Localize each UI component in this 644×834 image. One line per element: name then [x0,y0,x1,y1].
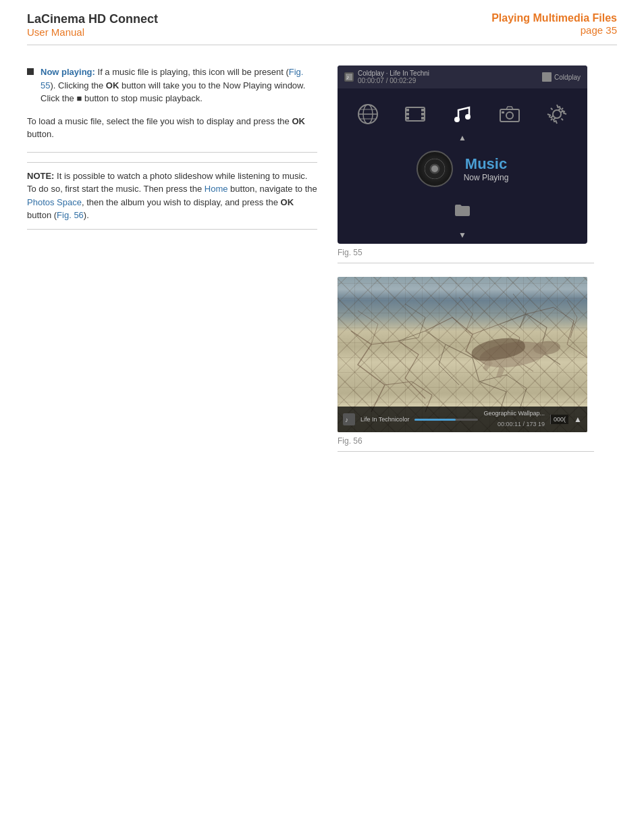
bullet-text: Now playing: If a music file is playing,… [41,66,317,105]
svg-rect-11 [421,109,425,111]
globe-nav-icon[interactable] [356,102,380,126]
topbar-music-icon: ♪ [344,72,354,82]
svg-rect-10 [406,117,409,120]
fig56-bottombar: ♪ Life In Technicolor Geographiic Wallpa… [338,407,587,432]
svg-point-15 [465,114,471,120]
settings-nav-icon[interactable] [545,102,569,126]
album-art-icon [542,72,552,82]
fig56-progress-fill [414,419,456,421]
fig55-divider [338,263,594,263]
bullet-text-2: ). Clicking the OK button will take you … [41,80,305,104]
svg-point-17 [506,112,513,119]
fig56-link[interactable]: Fig. 56 [57,210,84,220]
fig56-time: 00:00:11 / 173 19 [498,421,545,427]
fig56-counter: 000( [550,415,568,424]
page-header: LaCinema HD Connect User Manual Playing … [0,0,644,45]
fig55-bottom [338,201,587,230]
fig56-track-name: Life In Technicolor [360,416,409,423]
fig56-arrow-icon[interactable]: ▲ [574,415,582,424]
fig56-photo: ♪ Life In Technicolor Geographiic Wallpa… [338,277,587,432]
svg-point-19 [553,110,561,118]
note-box: NOTE: It is possible to watch a photo sl… [27,162,317,230]
bullet-text-1: If a music file is playing, this icon wi… [98,67,289,77]
down-arrow: ▼ [338,230,587,244]
topbar-right: Coldplay [542,72,581,82]
page-number: page 35 [491,24,617,36]
svg-rect-16 [500,109,519,122]
topbar-artist: Coldplay [554,74,581,81]
topbar-track: Coldplay · Life In Techni 00:00:07 / 00:… [358,70,429,84]
now-playing-link[interactable]: Now playing: [41,67,95,77]
svg-rect-9 [406,113,409,115]
load-text: To load a music file, select the file yo… [27,115,317,141]
fig55-music-display: Music Now Playing [338,144,587,201]
svg-rect-13 [421,117,425,120]
svg-text:♪: ♪ [345,416,348,423]
main-content: Now playing: If a music file is playing,… [0,45,644,479]
right-column: ♪ Coldplay · Life In Techni 00:00:07 / 0… [338,66,594,465]
header-right: Playing Multimedia Files page 35 [491,12,617,36]
fig56-progress-area [414,419,478,421]
fig56-progress-bar [414,419,478,421]
film-nav-icon[interactable] [403,102,427,126]
svg-rect-18 [502,111,504,113]
svg-rect-12 [421,113,425,115]
fig55-screen: ♪ Coldplay · Life In Techni 00:00:07 / 0… [338,66,587,244]
svg-text:♪: ♪ [346,74,349,80]
fig56-divider [338,451,594,452]
up-arrow: ▲ [338,133,587,142]
fig56-caption: Fig. 56 [338,436,594,446]
load-text-content: To load a music file, select the file yo… [27,116,305,140]
brand-title: LaCinema HD Connect [27,12,158,26]
note-label: NOTE: [27,171,54,181]
section-title: Playing Multimedia Files [491,12,617,24]
camera-nav-icon[interactable] [498,102,522,126]
note-text-2: button, navigate to the [227,184,317,194]
note-text-4: ). [84,210,89,220]
topbar-left: ♪ Coldplay · Life In Techni 00:00:07 / 0… [344,70,429,84]
photos-space-link[interactable]: Photos Space [27,197,82,207]
fig56-music-thumb-icon: ♪ [343,413,355,425]
vinyl-record-icon [417,151,453,187]
music-title: Music [464,155,509,173]
fig55-wrapper: ♪ Coldplay · Life In Techni 00:00:07 / 0… [338,66,594,263]
music-label: Music Now Playing [464,155,509,182]
fig55-icons-row [338,88,587,133]
bullet-item-now-playing: Now playing: If a music file is playing,… [27,66,317,105]
fig55-caption: Fig. 55 [338,248,594,257]
home-link[interactable]: Home [205,184,228,194]
header-left: LaCinema HD Connect User Manual [27,12,158,38]
folder-icon[interactable] [453,201,472,224]
now-playing-label: Now Playing [464,173,509,182]
section-divider [27,152,317,153]
fig56-wallpaper-text: Geographiic Wallpap... [483,410,545,417]
left-column: Now playing: If a music file is playing,… [27,66,317,465]
brand-subtitle: User Manual [27,26,158,38]
fig56-wrapper: ♪ Life In Technicolor Geographiic Wallpa… [338,277,594,452]
svg-rect-8 [406,109,409,111]
fig56-right-info: Geographiic Wallpap... 00:00:11 / 173 19 [483,410,545,429]
music-nav-icon[interactable] [450,102,475,126]
svg-point-14 [454,117,460,122]
fig55-topbar: ♪ Coldplay · Life In Techni 00:00:07 / 0… [338,66,587,88]
bullet-square-icon [27,68,34,75]
